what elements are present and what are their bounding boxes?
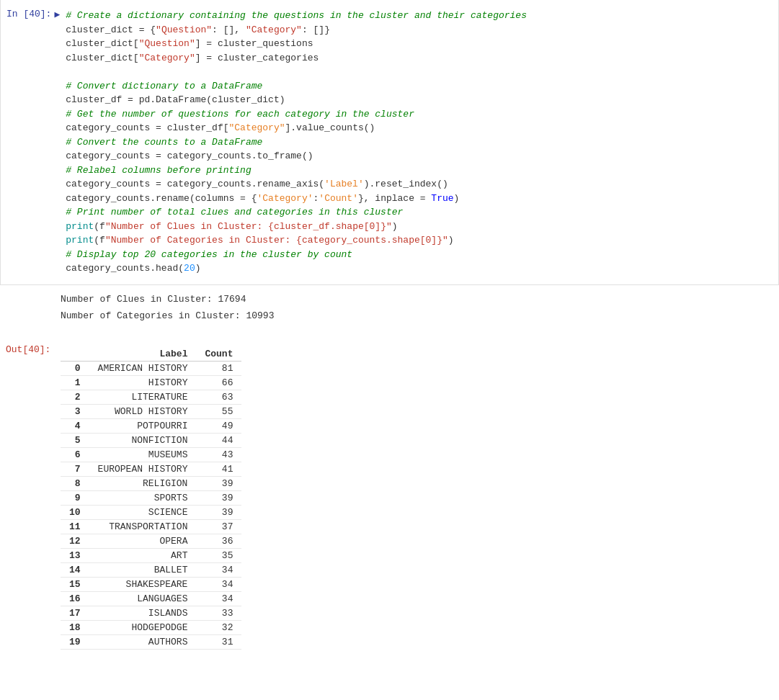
comment-3: # Get the number of questions for each c… <box>66 109 414 120</box>
table-row: 11TRANSPORTATION37 <box>61 519 241 534</box>
comment-5: # Relabel columns before printing <box>66 165 251 176</box>
row-label: MUSEUMS <box>89 447 197 462</box>
table-row: 0AMERICAN HISTORY81 <box>61 361 241 375</box>
row-label: AUTHORS <box>89 634 197 649</box>
row-label: WORLD HISTORY <box>89 404 197 418</box>
row-label: NONFICTION <box>89 433 197 447</box>
table-row: 5NONFICTION44 <box>61 433 241 447</box>
row-index: 19 <box>61 634 89 649</box>
row-count: 32 <box>196 620 241 634</box>
table-row: 6MUSEUMS43 <box>61 447 241 462</box>
row-label: RELIGION <box>89 476 197 490</box>
row-count: 39 <box>196 476 241 490</box>
table-row: 4POTPOURRI49 <box>61 418 241 433</box>
row-count: 44 <box>196 433 241 447</box>
code-editor[interactable]: # Create a dictionary containing the que… <box>63 3 778 282</box>
row-count: 31 <box>196 634 241 649</box>
table-row: 16LANGUAGES34 <box>61 591 241 606</box>
row-count: 36 <box>196 534 241 548</box>
code-line-17: print(f"Number of Categories in Cluster:… <box>66 235 453 246</box>
row-index: 16 <box>61 591 89 606</box>
row-count: 33 <box>196 606 241 620</box>
row-index: 10 <box>61 505 89 519</box>
row-count: 41 <box>196 462 241 476</box>
run-button[interactable]: ▶ <box>54 9 60 20</box>
row-count: 55 <box>196 404 241 418</box>
row-label: ISLANDS <box>89 606 197 620</box>
row-count: 49 <box>196 418 241 433</box>
row-label: HODGEPODGE <box>89 620 197 634</box>
row-count: 66 <box>196 375 241 390</box>
row-count: 35 <box>196 548 241 562</box>
output-label-text: Out[40]: <box>6 344 50 355</box>
output-label: Out[40]: <box>0 338 58 655</box>
table-row: 2LITERATURE63 <box>61 390 241 404</box>
row-index: 3 <box>61 404 89 418</box>
table-row: 14BALLET34 <box>61 562 241 577</box>
row-label: HISTORY <box>89 375 197 390</box>
row-count: 34 <box>196 591 241 606</box>
table-row: 12OPERA36 <box>61 534 241 548</box>
row-label: EUROPEAN HISTORY <box>89 462 197 476</box>
row-index: 9 <box>61 490 89 505</box>
input-cell: In [40]: ▶ # Create a dictionary contain… <box>0 0 779 285</box>
cell-input-area: In [40]: ▶ # Create a dictionary contain… <box>1 3 778 282</box>
header-row: Label Count <box>61 347 241 362</box>
row-label: LANGUAGES <box>89 591 197 606</box>
row-label: TRANSPORTATION <box>89 519 197 534</box>
row-index: 18 <box>61 620 89 634</box>
row-index: 4 <box>61 418 89 433</box>
row-label: SHAKESPEARE <box>89 577 197 591</box>
row-label: AMERICAN HISTORY <box>89 361 197 375</box>
table-row: 8RELIGION39 <box>61 476 241 490</box>
code-line-7: cluster_df = pd.DataFrame(cluster_dict) <box>66 94 285 105</box>
table-row: 3WORLD HISTORY55 <box>61 404 241 418</box>
row-count: 39 <box>196 505 241 519</box>
row-index: 12 <box>61 534 89 548</box>
row-count: 81 <box>196 361 241 375</box>
comment-2: # Convert dictionary to a DataFrame <box>66 81 262 91</box>
text-output-area: Number of Clues in Cluster: 17694 Number… <box>0 285 779 336</box>
code-line-11: category_counts = category_counts.to_fra… <box>66 151 313 161</box>
row-index: 1 <box>61 375 89 390</box>
table-header: Label Count <box>61 347 241 362</box>
code-block: # Create a dictionary containing the que… <box>66 9 773 276</box>
row-label: OPERA <box>89 534 197 548</box>
table-row: 9SPORTS39 <box>61 490 241 505</box>
row-index: 15 <box>61 577 89 591</box>
code-line-14: category_counts.rename(columns = {'Categ… <box>66 193 459 204</box>
header-index <box>61 347 89 362</box>
row-label: BALLET <box>89 562 197 577</box>
text-output-line-1: Number of Clues in Cluster: 17694 <box>61 294 773 305</box>
row-label: SCIENCE <box>89 505 197 519</box>
table-body: 0AMERICAN HISTORY811HISTORY662LITERATURE… <box>61 361 241 649</box>
header-label: Label <box>89 347 197 362</box>
row-label: POTPOURRI <box>89 418 197 433</box>
row-index: 14 <box>61 562 89 577</box>
row-index: 2 <box>61 390 89 404</box>
df-output-content: Label Count 0AMERICAN HISTORY811HISTORY6… <box>58 338 779 655</box>
row-index: 0 <box>61 361 89 375</box>
text-output-label <box>0 288 58 333</box>
row-label: ART <box>89 548 197 562</box>
code-blank-1 <box>66 66 71 77</box>
table-row: 18HODGEPODGE32 <box>61 620 241 634</box>
row-label: SPORTS <box>89 490 197 505</box>
code-line-2: cluster_dict = {"Question": [], "Categor… <box>66 24 330 35</box>
row-index: 17 <box>61 606 89 620</box>
row-count: 43 <box>196 447 241 462</box>
row-count: 34 <box>196 577 241 591</box>
table-row: 15SHAKESPEARE34 <box>61 577 241 591</box>
dataframe-table: Label Count 0AMERICAN HISTORY811HISTORY6… <box>61 347 241 650</box>
row-index: 11 <box>61 519 89 534</box>
code-line-16: print(f"Number of Clues in Cluster: {clu… <box>66 221 397 232</box>
row-index: 8 <box>61 476 89 490</box>
input-label-text: In [40]: <box>6 9 51 19</box>
row-count: 63 <box>196 390 241 404</box>
code-line-13: category_counts = category_counts.rename… <box>66 179 448 189</box>
row-index: 6 <box>61 447 89 462</box>
table-row: 10SCIENCE39 <box>61 505 241 519</box>
code-line-3: cluster_dict["Question"] = cluster_quest… <box>66 38 313 49</box>
table-row: 1HISTORY66 <box>61 375 241 390</box>
code-line-19: category_counts.head(20) <box>66 263 200 274</box>
